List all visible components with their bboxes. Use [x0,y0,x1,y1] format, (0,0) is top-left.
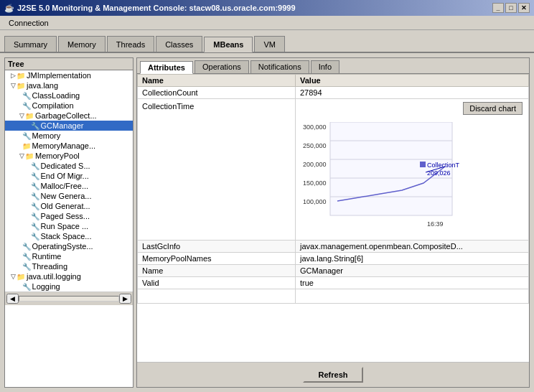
tree-item-stackspace[interactable]: 🔧 Stack Space... [5,231,133,241]
svg-text:16:39: 16:39 [427,220,444,228]
bean-icon: 🔧 [31,172,39,180]
tree-item-memory[interactable]: 🔧 Memory [5,131,133,141]
spacer [19,283,22,290]
scroll-left-button[interactable]: ◀ [6,294,19,304]
tree-item-gcmanager[interactable]: 🔧 GCManager [5,121,133,131]
bean-icon: 🔧 [22,92,31,100]
minimize-button[interactable]: _ [492,3,504,13]
table-row-collectiontime: CollectionTime Discard chart [138,99,529,241]
spacer [28,182,30,190]
title-bar-buttons: _ □ ✕ [492,3,530,13]
tree-item-classloading[interactable]: 🔧 ClassLoading [5,90,133,101]
bean-icon: 🔧 [31,213,39,220]
tree-item-javalang[interactable]: ▽ 📁 java.lang [5,80,133,90]
tree-item-runtime[interactable]: 🔧 Runtime [5,251,133,261]
table-row: LastGcInfo javax.management.openmbean.Co… [138,241,529,253]
tree-label: Compilation [32,101,74,110]
tree-item-endofmigr[interactable]: 🔧 End Of Migr... [5,171,133,181]
tree-label: Run Space ... [41,222,89,230]
tree-item-runspace[interactable]: 🔧 Run Space ... [5,221,133,231]
connection-menu[interactable]: Connection [4,18,53,28]
tab-classes[interactable]: Classes [156,36,202,52]
table-row: CollectionCount 27894 [138,87,529,99]
tree-item-oldgenerat[interactable]: 🔧 Old Generat... [5,201,133,211]
value-column-header: Value [296,75,529,87]
tab-notifications[interactable]: Notifications [250,60,309,73]
tree-item-javautillogging[interactable]: ▽ 📁 java.util.logging [5,271,133,281]
row-name: LastGcInfo [138,241,296,253]
tree-label: End Of Migr... [41,172,89,180]
tree-label: java.util.logging [27,272,81,281]
row-name: Valid [138,277,296,289]
row-name: MemoryPoolNames [138,253,296,265]
tree-label: Dedicated S... [41,162,90,170]
tree-label: GCManager [41,121,84,130]
tab-threads[interactable]: Threads [107,36,154,52]
tree-item-dedicated[interactable]: 🔧 Dedicated S... [5,161,133,171]
svg-text:250,000: 250,000 [303,142,327,149]
expand-icon: ▽ [19,112,24,119]
maximize-button[interactable]: □ [505,3,517,13]
bean-icon: 🔧 [31,182,39,190]
svg-rect-11 [420,162,426,167]
tree-item-logging[interactable]: 🔧 Logging [5,281,133,291]
folder-icon: 📁 [17,273,25,281]
scroll-thumb[interactable] [19,296,119,302]
name-column-header: Name [138,75,296,87]
tree-scroll[interactable]: ▷ 📁 JMImplementation ▽ 📁 java.lang 🔧 Cla… [5,70,133,291]
bean-icon: 🔧 [22,243,31,251]
tree-item-newgenera[interactable]: 🔧 New Genera... [5,191,133,201]
tab-summary[interactable]: Summary [4,36,57,52]
empty-cell [138,289,296,304]
close-button[interactable]: ✕ [518,3,530,13]
tree-label: java.lang [27,81,58,90]
tree-item-memorymanage[interactable]: 📁 MemoryManage... [5,141,133,151]
tree-item-operatingsys[interactable]: 🔧 OperatingSyste... [5,241,133,251]
tab-vm[interactable]: VM [254,36,285,52]
spacer [28,213,30,220]
tree-header: Tree [5,58,133,70]
tree-label: JMImplementation [27,71,91,80]
svg-text:CollectionTime: CollectionTime [427,162,459,169]
bean-icon: 🔧 [22,132,31,140]
bean-icon: 🔧 [31,122,39,130]
refresh-button[interactable]: Refresh [303,367,364,383]
tree-scroll-bar: ◀ ▶ [5,291,133,305]
row-value: javax.management.openmbean.CompositeD... [296,241,529,253]
spacer [28,202,30,210]
tab-mbeans[interactable]: MBeans [204,37,253,52]
title-bar-title: ☕ J2SE 5.0 Monitoring & Management Conso… [4,4,296,13]
tab-operations[interactable]: Operations [195,60,249,73]
tree-label: ClassLoading [32,91,80,100]
expand-icon: ▽ [19,152,24,159]
bean-icon: 🔧 [31,223,39,230]
tree-label: Logging [32,282,60,291]
tree-item-malloc[interactable]: 🔧 Malloc/Free... [5,181,133,191]
attributes-scroll[interactable]: Name Value CollectionCount 27894 Collect… [137,74,529,362]
bean-icon: 🔧 [22,263,31,271]
tree-item-threading[interactable]: 🔧 Threading [5,261,133,271]
tab-memory[interactable]: Memory [58,36,106,52]
tree-item-garbagecollect[interactable]: ▽ 📁 GarbageCollect... [5,111,133,121]
tree-item-pagedsess[interactable]: 🔧 Paged Sess... [5,211,133,221]
spacer [19,92,22,99]
tree-item-memorypool[interactable]: ▽ 📁 MemoryPool [5,151,133,161]
expand-icon: ▽ [11,82,16,89]
tree-label: OperatingSyste... [32,242,93,251]
inner-tab-bar: Attributes Operations Notifications Info [137,58,529,74]
tab-info[interactable]: Info [311,60,339,73]
tree-item-jimplementation[interactable]: ▷ 📁 JMImplementation [5,70,133,80]
spacer [28,192,30,200]
scroll-right-button[interactable]: ▶ [119,294,131,304]
collection-time-chart: 300,000 250,000 200,000 150,000 100,000 … [301,122,459,237]
tree-label: Stack Space... [41,232,92,241]
discard-chart-button[interactable]: Discard chart [463,102,523,115]
tree-label: Runtime [32,252,62,261]
tree-label: Old Generat... [41,202,90,210]
row-value: 27894 [296,87,529,99]
tree-label: Threading [32,262,68,271]
tree-item-compilation[interactable]: 🔧 Compilation [5,101,133,111]
bean-icon: 🔧 [31,162,39,170]
tab-attributes[interactable]: Attributes [140,61,193,74]
svg-rect-0 [330,122,452,215]
